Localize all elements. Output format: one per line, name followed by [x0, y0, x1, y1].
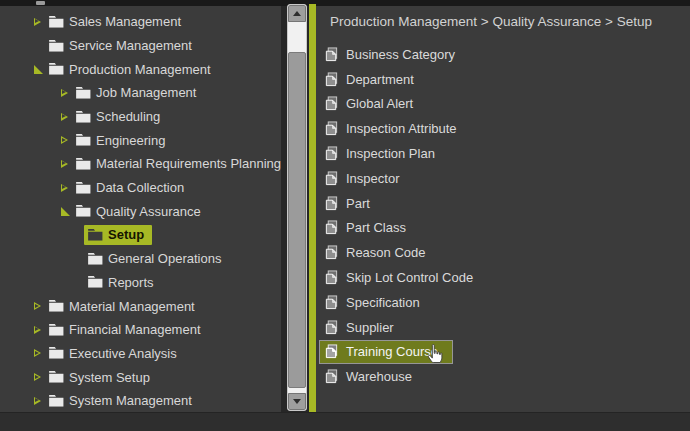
menu-item-part[interactable]: Part	[316, 191, 690, 216]
menu-item-training-course[interactable]: Training Course	[316, 340, 690, 365]
menu-item-business-category[interactable]: Business Category	[316, 42, 690, 67]
tree-item-production-management[interactable]: Production Management	[0, 57, 281, 81]
menu-item-inspector[interactable]: Inspector	[316, 166, 690, 191]
tree-item-service-management[interactable]: Service Management	[0, 34, 281, 58]
folder-icon	[76, 87, 91, 99]
clipped-item-fragment	[36, 1, 45, 5]
menu-item-list: Business CategoryDepartmentGlobal AlertI…	[316, 29, 690, 389]
expander-expanded-icon[interactable]	[34, 63, 49, 75]
bottom-border-strip	[0, 412, 690, 431]
tree-item-label: Sales Management	[69, 14, 181, 29]
expander-collapsed-icon[interactable]	[34, 16, 49, 28]
tree-item-material-management[interactable]: Material Management	[0, 294, 281, 318]
scrollbar-down-button[interactable]	[288, 393, 306, 410]
menu-item-label: Inspection Plan	[346, 146, 435, 161]
menu-item-body: Skip Lot Control Code	[324, 270, 473, 285]
menu-item-inspection-attribute[interactable]: Inspection Attribute	[316, 116, 690, 141]
tree-item-label: Scheduling	[96, 109, 160, 124]
tree-item-label: Material Requirements Planning	[96, 156, 281, 171]
chevron-right-outline-icon	[34, 397, 41, 405]
tree-item-data-collection[interactable]: Data Collection	[0, 176, 281, 200]
tree-item-system-management[interactable]: System Management	[0, 389, 281, 412]
tree-item-label: Executive Analysis	[69, 346, 177, 361]
folder-icon	[49, 16, 64, 28]
tree-item-label: Engineering	[96, 133, 165, 148]
folder-icon	[76, 205, 91, 217]
document-pages-icon	[324, 171, 339, 186]
document-pages-icon	[324, 196, 339, 211]
tree-item-quality-assurance[interactable]: Quality Assurance	[0, 200, 281, 224]
expander-expanded-icon[interactable]	[61, 205, 76, 217]
expander-collapsed-icon[interactable]	[34, 371, 49, 383]
menu-item-label: Skip Lot Control Code	[346, 270, 473, 285]
tree-item-engineering[interactable]: Engineering	[0, 128, 281, 152]
menu-item-global-alert[interactable]: Global Alert	[316, 92, 690, 117]
tree-item-financial-management[interactable]: Financial Management	[0, 318, 281, 342]
tree-item-reports[interactable]: Reports	[0, 271, 281, 295]
expander-collapsed-icon[interactable]	[34, 324, 49, 336]
scrollbar-thumb[interactable]	[288, 52, 306, 388]
document-pages-icon	[324, 72, 339, 87]
panel-divider-stripe	[309, 4, 316, 412]
menu-item-body: Supplier	[324, 320, 394, 335]
tree-item-body: Quality Assurance	[76, 204, 201, 219]
document-pages-icon	[324, 47, 339, 62]
tree-item-executive-analysis[interactable]: Executive Analysis	[0, 342, 281, 366]
menu-item-body: Global Alert	[324, 96, 413, 111]
tree-item-label: Job Management	[96, 85, 196, 100]
arrow-down-icon	[293, 399, 301, 404]
chevron-right-outline-icon	[34, 18, 41, 26]
menu-item-body: Department	[324, 72, 414, 87]
triangle-expanded-icon	[34, 65, 43, 74]
menu-item-warehouse[interactable]: Warehouse	[316, 364, 690, 389]
document-pages-icon	[324, 146, 339, 161]
tree-scrollbar[interactable]	[287, 4, 307, 411]
tree-item-body: Financial Management	[49, 322, 201, 337]
tree-item-scheduling[interactable]: Scheduling	[0, 105, 281, 129]
folder-icon	[76, 111, 91, 123]
menu-item-label: Inspection Attribute	[346, 121, 457, 136]
tree-item-material-requirements-planning[interactable]: Material Requirements Planning	[0, 152, 281, 176]
tree-item-job-management[interactable]: Job Management	[0, 81, 281, 105]
menu-item-reason-code[interactable]: Reason Code	[316, 240, 690, 265]
menu-item-department[interactable]: Department	[316, 67, 690, 92]
tree-item-label: System Management	[69, 393, 192, 408]
expander-collapsed-icon[interactable]	[61, 182, 76, 194]
tree-item-body: Job Management	[76, 85, 196, 100]
menu-item-label: Supplier	[346, 320, 394, 335]
menu-item-label: Warehouse	[346, 369, 412, 384]
tree-item-body: Material Requirements Planning	[76, 156, 281, 171]
menu-item-body: Inspector	[324, 171, 399, 186]
expander-collapsed-icon[interactable]	[34, 300, 49, 312]
tree-item-system-setup[interactable]: System Setup	[0, 365, 281, 389]
expander-collapsed-icon[interactable]	[34, 347, 49, 359]
folder-icon	[49, 371, 64, 383]
expander-collapsed-icon[interactable]	[61, 111, 76, 123]
menu-item-label: Inspector	[346, 171, 399, 186]
tree-item-sales-management[interactable]: Sales Management	[0, 10, 281, 34]
menu-item-body: Business Category	[324, 47, 455, 62]
expander-collapsed-icon[interactable]	[61, 87, 76, 99]
expander-collapsed-icon[interactable]	[61, 134, 76, 146]
chevron-right-outline-icon	[34, 373, 41, 381]
menu-item-supplier[interactable]: Supplier	[316, 315, 690, 340]
expander-collapsed-icon[interactable]	[34, 395, 49, 407]
tree-item-body: System Management	[49, 393, 192, 408]
menu-item-skip-lot-control-code[interactable]: Skip Lot Control Code	[316, 265, 690, 290]
tree-item-general-operations[interactable]: General Operations	[0, 247, 281, 271]
menu-item-inspection-plan[interactable]: Inspection Plan	[316, 141, 690, 166]
tree-item-setup[interactable]: Setup	[0, 223, 281, 247]
menu-item-label: Specification	[346, 295, 420, 310]
document-pages-icon	[324, 220, 339, 235]
menu-item-specification[interactable]: Specification	[316, 290, 690, 315]
tree-item-label: Data Collection	[96, 180, 184, 195]
chevron-right-outline-icon	[34, 326, 41, 334]
folder-icon	[49, 347, 64, 359]
menu-item-part-class[interactable]: Part Class	[316, 216, 690, 241]
expander-collapsed-icon[interactable]	[61, 158, 76, 170]
folder-icon	[88, 276, 103, 288]
folder-icon	[88, 253, 103, 265]
tree-item-body: System Setup	[49, 370, 150, 385]
menu-item-label: Global Alert	[346, 96, 413, 111]
scrollbar-up-button[interactable]	[288, 5, 306, 22]
